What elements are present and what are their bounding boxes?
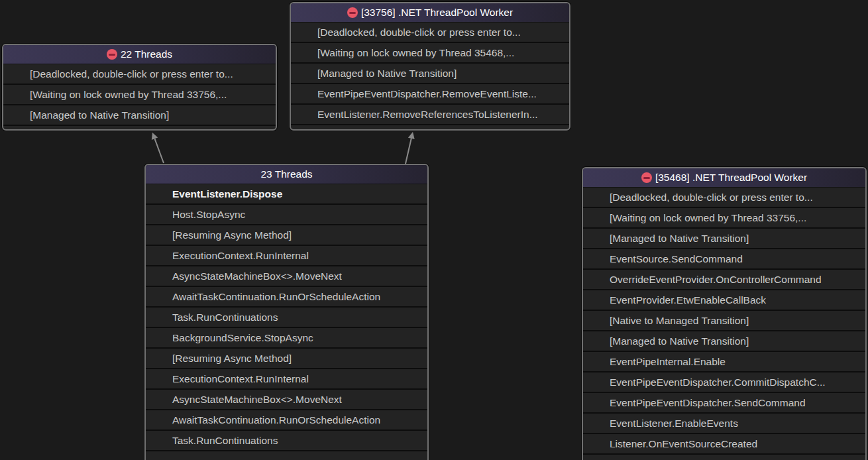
stack-frame[interactable]: EventListener.RemoveReferencesToListener… [291, 105, 569, 125]
thread-box-header[interactable]: [35468] .NET ThreadPool Worker [583, 168, 865, 188]
stack-frame[interactable]: [Deadlocked, double-click or press enter… [291, 23, 569, 43]
minus-glyph [643, 177, 650, 179]
stack-frame[interactable]: Task.RunContinuations [146, 308, 427, 328]
stack-frame[interactable]: [Managed to Native Transition] [583, 331, 865, 352]
thread-box-title: [35468] .NET ThreadPool Worker [655, 172, 807, 184]
minus-glyph [349, 12, 356, 14]
stack-frame[interactable]: BackgroundService.StopAsync [146, 328, 427, 349]
stack-frame-list: [Deadlocked, double-click or press enter… [3, 64, 276, 129]
thread-box-title: [33756] .NET ThreadPool Worker [361, 7, 513, 19]
stack-frame[interactable]: EventPipeEventDispatcher.CommitDispatchC… [583, 373, 865, 393]
stack-frame[interactable]: ExecutionContext.RunInternal [146, 246, 427, 266]
thread-box-title: 23 Threads [260, 168, 312, 180]
stack-frame[interactable]: [Waiting on lock owned by Thread 33756,.… [3, 85, 276, 105]
thread-box-22-threads[interactable]: 22 Threads [Deadlocked, double-click or … [2, 44, 277, 131]
stack-frame[interactable]: [Deadlocked, double-click or press enter… [3, 64, 276, 85]
stack-frame[interactable]: AsyncStateMachineBox<>.MoveNext [146, 266, 427, 287]
minus-glyph [109, 54, 115, 56]
stack-frame[interactable]: ExecutionContext.RunInternal [146, 369, 427, 390]
thread-box-35468[interactable]: [35468] .NET ThreadPool Worker [Deadlock… [582, 167, 867, 460]
deadlock-icon [347, 7, 358, 18]
stack-frame[interactable]: EventPipeEventDispatcher.RemoveEventList… [291, 84, 569, 105]
thread-box-header[interactable]: [33756] .NET ThreadPool Worker [291, 3, 569, 23]
stack-frame[interactable]: Listener.OnEventSourceCreated [583, 434, 865, 455]
stack-frame[interactable]: [Managed to Native Transition] [583, 229, 865, 249]
thread-box-header[interactable]: 23 Threads [146, 165, 427, 184]
stack-frame[interactable]: Task.RunContinuations [146, 431, 427, 451]
stack-frame[interactable]: [Resuming Async Method] [146, 225, 427, 246]
deadlock-icon [107, 49, 117, 60]
deadlock-icon [641, 172, 652, 183]
stack-frame[interactable]: AwaitTaskContinuation.RunOrScheduleActio… [146, 287, 427, 308]
thread-box-33756[interactable]: [33756] .NET ThreadPool Worker [Deadlock… [290, 2, 570, 131]
stack-frame[interactable]: AwaitTaskContinuation.RunOrScheduleActio… [146, 410, 427, 431]
stack-frame-list: [Deadlocked, double-click or press enter… [291, 23, 569, 129]
thread-box-23-threads[interactable]: 23 Threads EventListener.DisposeHost.Sto… [144, 164, 429, 460]
stack-frame[interactable]: EventSource.SendCommand [583, 249, 865, 270]
stack-frame[interactable]: [Native to Managed Transition] [583, 311, 865, 331]
stack-frame[interactable]: EventPipeInternal.Enable [583, 352, 865, 373]
stack-frame[interactable]: [Deadlocked, double-click or press enter… [583, 188, 865, 208]
stack-frame[interactable]: [Waiting on lock owned by Thread 33756,.… [583, 208, 865, 229]
stack-frame[interactable]: AsyncStateMachineBox<>.MoveNext [146, 390, 427, 410]
arrow-23-to-22 [152, 133, 164, 163]
stack-frame-list: EventListener.DisposeHost.StopAsync[Resu… [146, 184, 427, 455]
stack-frame[interactable]: EventProvider.EtwEnableCallBack [583, 290, 865, 311]
stack-frame[interactable]: [Managed to Native Transition] [3, 105, 276, 126]
stack-frame[interactable]: [Resuming Async Method] [146, 349, 427, 369]
stack-frame[interactable]: EventPipeEventDispatcher.SendCommand [583, 393, 865, 414]
stack-frame[interactable]: EventListener.Dispose [146, 184, 427, 205]
stack-frame-list: [Deadlocked, double-click or press enter… [583, 188, 865, 458]
stack-frame[interactable]: [Managed to Native Transition] [291, 64, 569, 84]
parallel-stacks-canvas: 22 Threads [Deadlocked, double-click or … [0, 0, 868, 460]
thread-box-header[interactable]: 22 Threads [3, 45, 276, 64]
thread-box-title: 22 Threads [121, 48, 172, 60]
stack-frame[interactable]: Host.StopAsync [146, 205, 427, 225]
arrow-23-to-33756 [406, 132, 415, 164]
stack-frame[interactable]: EventListener.EnableEvents [583, 414, 865, 434]
stack-frame[interactable]: [Waiting on lock owned by Thread 35468,.… [291, 43, 569, 64]
stack-frame[interactable]: OverrideEventProvider.OnControllerComman… [583, 270, 865, 290]
